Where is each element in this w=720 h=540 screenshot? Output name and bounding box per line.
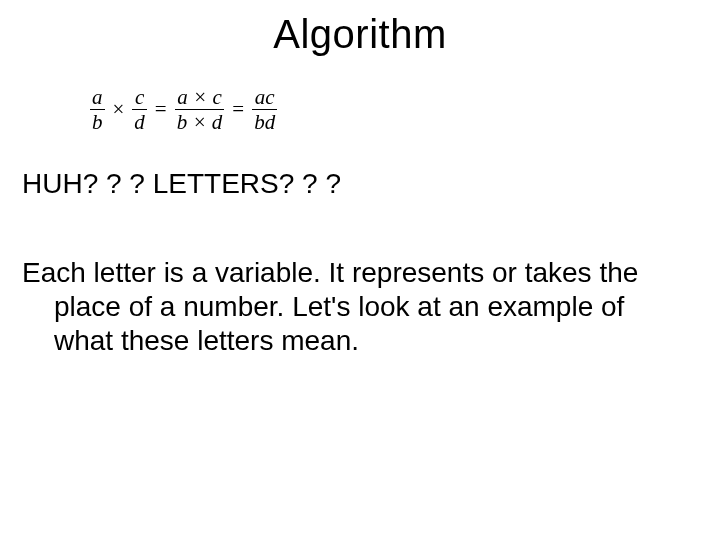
body-paragraph: Each letter is a variable. It represents…	[22, 256, 682, 358]
slide: Algorithm a b × c d = a × c b × d = ac b…	[0, 0, 720, 540]
slide-title: Algorithm	[0, 12, 720, 57]
equals-operator: =	[230, 97, 246, 122]
fraction-a-over-b: a b	[90, 86, 105, 133]
formula: a b × c d = a × c b × d = ac bd	[90, 86, 277, 133]
fraction-c-over-d: c d	[132, 86, 147, 133]
denominator: b	[90, 111, 105, 133]
numerator: c	[133, 86, 146, 108]
fraction-ac-over-bd: ac bd	[252, 86, 277, 133]
equals-operator: =	[153, 97, 169, 122]
body-text: Each letter is a variable. It represents…	[22, 256, 682, 358]
fraction-ac-over-bd-expanded: a × c b × d	[175, 86, 225, 133]
numerator: ac	[253, 86, 277, 108]
numerator: a × c	[175, 86, 224, 108]
denominator: b × d	[175, 111, 225, 133]
denominator: bd	[252, 111, 277, 133]
denominator: d	[132, 111, 147, 133]
exclamation-text: HUH? ? ? LETTERS? ? ?	[22, 168, 341, 200]
times-operator: ×	[111, 97, 127, 122]
numerator: a	[90, 86, 105, 108]
